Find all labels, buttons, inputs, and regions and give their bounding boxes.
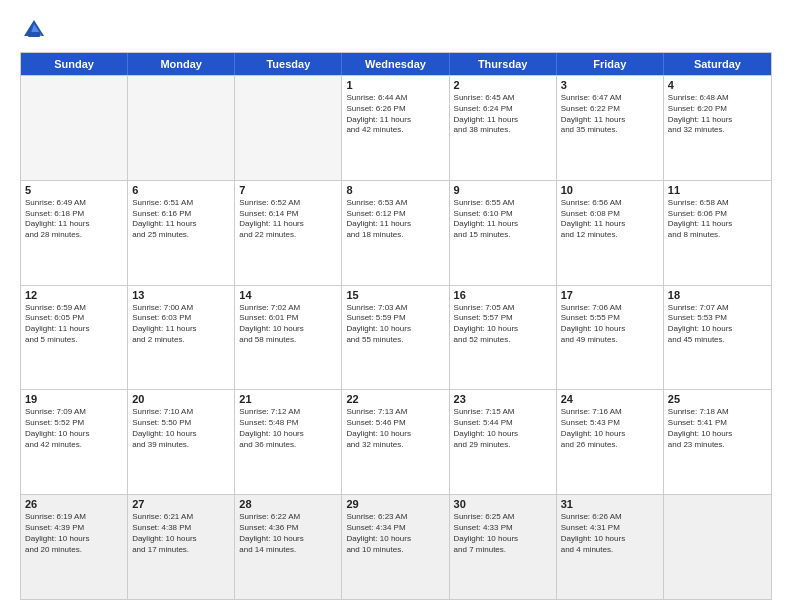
day-number: 9 <box>454 184 552 196</box>
calendar-cell: 6Sunrise: 6:51 AM Sunset: 6:16 PM Daylig… <box>128 181 235 285</box>
day-number: 13 <box>132 289 230 301</box>
day-info: Sunrise: 7:00 AM Sunset: 6:03 PM Dayligh… <box>132 303 230 346</box>
calendar-cell: 18Sunrise: 7:07 AM Sunset: 5:53 PM Dayli… <box>664 286 771 390</box>
calendar-header-cell: Wednesday <box>342 53 449 75</box>
calendar-cell: 16Sunrise: 7:05 AM Sunset: 5:57 PM Dayli… <box>450 286 557 390</box>
day-number: 15 <box>346 289 444 301</box>
calendar-cell <box>21 76 128 180</box>
calendar-cell <box>128 76 235 180</box>
calendar-cell: 1Sunrise: 6:44 AM Sunset: 6:26 PM Daylig… <box>342 76 449 180</box>
day-number: 19 <box>25 393 123 405</box>
day-info: Sunrise: 6:22 AM Sunset: 4:36 PM Dayligh… <box>239 512 337 555</box>
calendar-cell: 22Sunrise: 7:13 AM Sunset: 5:46 PM Dayli… <box>342 390 449 494</box>
day-number: 1 <box>346 79 444 91</box>
day-number: 7 <box>239 184 337 196</box>
calendar-cell: 7Sunrise: 6:52 AM Sunset: 6:14 PM Daylig… <box>235 181 342 285</box>
day-info: Sunrise: 6:26 AM Sunset: 4:31 PM Dayligh… <box>561 512 659 555</box>
calendar-cell: 21Sunrise: 7:12 AM Sunset: 5:48 PM Dayli… <box>235 390 342 494</box>
calendar-cell: 9Sunrise: 6:55 AM Sunset: 6:10 PM Daylig… <box>450 181 557 285</box>
day-info: Sunrise: 7:16 AM Sunset: 5:43 PM Dayligh… <box>561 407 659 450</box>
day-number: 17 <box>561 289 659 301</box>
calendar-cell: 26Sunrise: 6:19 AM Sunset: 4:39 PM Dayli… <box>21 495 128 599</box>
day-number: 21 <box>239 393 337 405</box>
day-number: 25 <box>668 393 767 405</box>
calendar-cell: 28Sunrise: 6:22 AM Sunset: 4:36 PM Dayli… <box>235 495 342 599</box>
day-number: 31 <box>561 498 659 510</box>
calendar-cell: 15Sunrise: 7:03 AM Sunset: 5:59 PM Dayli… <box>342 286 449 390</box>
calendar-cell: 8Sunrise: 6:53 AM Sunset: 6:12 PM Daylig… <box>342 181 449 285</box>
day-info: Sunrise: 6:21 AM Sunset: 4:38 PM Dayligh… <box>132 512 230 555</box>
day-info: Sunrise: 6:55 AM Sunset: 6:10 PM Dayligh… <box>454 198 552 241</box>
day-number: 8 <box>346 184 444 196</box>
calendar-cell: 12Sunrise: 6:59 AM Sunset: 6:05 PM Dayli… <box>21 286 128 390</box>
day-info: Sunrise: 7:09 AM Sunset: 5:52 PM Dayligh… <box>25 407 123 450</box>
calendar-cell: 24Sunrise: 7:16 AM Sunset: 5:43 PM Dayli… <box>557 390 664 494</box>
calendar-cell: 19Sunrise: 7:09 AM Sunset: 5:52 PM Dayli… <box>21 390 128 494</box>
day-number: 18 <box>668 289 767 301</box>
day-number: 28 <box>239 498 337 510</box>
day-number: 23 <box>454 393 552 405</box>
day-number: 26 <box>25 498 123 510</box>
calendar-row: 5Sunrise: 6:49 AM Sunset: 6:18 PM Daylig… <box>21 180 771 285</box>
calendar-row: 19Sunrise: 7:09 AM Sunset: 5:52 PM Dayli… <box>21 389 771 494</box>
day-info: Sunrise: 6:51 AM Sunset: 6:16 PM Dayligh… <box>132 198 230 241</box>
calendar-header-row: SundayMondayTuesdayWednesdayThursdayFrid… <box>21 53 771 75</box>
day-info: Sunrise: 6:49 AM Sunset: 6:18 PM Dayligh… <box>25 198 123 241</box>
day-info: Sunrise: 6:25 AM Sunset: 4:33 PM Dayligh… <box>454 512 552 555</box>
calendar-cell: 4Sunrise: 6:48 AM Sunset: 6:20 PM Daylig… <box>664 76 771 180</box>
day-info: Sunrise: 6:19 AM Sunset: 4:39 PM Dayligh… <box>25 512 123 555</box>
page-header <box>20 16 772 44</box>
calendar-cell: 14Sunrise: 7:02 AM Sunset: 6:01 PM Dayli… <box>235 286 342 390</box>
day-info: Sunrise: 7:07 AM Sunset: 5:53 PM Dayligh… <box>668 303 767 346</box>
day-info: Sunrise: 6:44 AM Sunset: 6:26 PM Dayligh… <box>346 93 444 136</box>
calendar-cell: 3Sunrise: 6:47 AM Sunset: 6:22 PM Daylig… <box>557 76 664 180</box>
calendar-header-cell: Tuesday <box>235 53 342 75</box>
calendar-cell <box>235 76 342 180</box>
day-info: Sunrise: 6:45 AM Sunset: 6:24 PM Dayligh… <box>454 93 552 136</box>
calendar-cell: 29Sunrise: 6:23 AM Sunset: 4:34 PM Dayli… <box>342 495 449 599</box>
day-info: Sunrise: 7:05 AM Sunset: 5:57 PM Dayligh… <box>454 303 552 346</box>
calendar-cell: 10Sunrise: 6:56 AM Sunset: 6:08 PM Dayli… <box>557 181 664 285</box>
day-info: Sunrise: 6:53 AM Sunset: 6:12 PM Dayligh… <box>346 198 444 241</box>
calendar-body: 1Sunrise: 6:44 AM Sunset: 6:26 PM Daylig… <box>21 75 771 599</box>
calendar-cell: 23Sunrise: 7:15 AM Sunset: 5:44 PM Dayli… <box>450 390 557 494</box>
calendar-cell: 17Sunrise: 7:06 AM Sunset: 5:55 PM Dayli… <box>557 286 664 390</box>
svg-rect-2 <box>28 32 40 37</box>
day-info: Sunrise: 6:48 AM Sunset: 6:20 PM Dayligh… <box>668 93 767 136</box>
calendar-cell: 13Sunrise: 7:00 AM Sunset: 6:03 PM Dayli… <box>128 286 235 390</box>
day-info: Sunrise: 6:47 AM Sunset: 6:22 PM Dayligh… <box>561 93 659 136</box>
calendar-header-cell: Monday <box>128 53 235 75</box>
calendar-row: 12Sunrise: 6:59 AM Sunset: 6:05 PM Dayli… <box>21 285 771 390</box>
day-info: Sunrise: 7:03 AM Sunset: 5:59 PM Dayligh… <box>346 303 444 346</box>
day-info: Sunrise: 6:58 AM Sunset: 6:06 PM Dayligh… <box>668 198 767 241</box>
day-info: Sunrise: 6:59 AM Sunset: 6:05 PM Dayligh… <box>25 303 123 346</box>
calendar-cell: 31Sunrise: 6:26 AM Sunset: 4:31 PM Dayli… <box>557 495 664 599</box>
day-info: Sunrise: 6:52 AM Sunset: 6:14 PM Dayligh… <box>239 198 337 241</box>
day-info: Sunrise: 7:02 AM Sunset: 6:01 PM Dayligh… <box>239 303 337 346</box>
day-number: 22 <box>346 393 444 405</box>
calendar-cell: 2Sunrise: 6:45 AM Sunset: 6:24 PM Daylig… <box>450 76 557 180</box>
calendar-header-cell: Thursday <box>450 53 557 75</box>
day-info: Sunrise: 7:13 AM Sunset: 5:46 PM Dayligh… <box>346 407 444 450</box>
day-number: 11 <box>668 184 767 196</box>
day-info: Sunrise: 7:12 AM Sunset: 5:48 PM Dayligh… <box>239 407 337 450</box>
calendar-cell: 11Sunrise: 6:58 AM Sunset: 6:06 PM Dayli… <box>664 181 771 285</box>
day-number: 12 <box>25 289 123 301</box>
logo <box>20 16 52 44</box>
calendar-cell: 27Sunrise: 6:21 AM Sunset: 4:38 PM Dayli… <box>128 495 235 599</box>
calendar-header-cell: Friday <box>557 53 664 75</box>
calendar-cell: 30Sunrise: 6:25 AM Sunset: 4:33 PM Dayli… <box>450 495 557 599</box>
day-number: 24 <box>561 393 659 405</box>
logo-icon <box>20 16 48 44</box>
day-number: 14 <box>239 289 337 301</box>
day-number: 30 <box>454 498 552 510</box>
calendar-cell: 25Sunrise: 7:18 AM Sunset: 5:41 PM Dayli… <box>664 390 771 494</box>
calendar-header-cell: Saturday <box>664 53 771 75</box>
day-number: 6 <box>132 184 230 196</box>
day-info: Sunrise: 7:15 AM Sunset: 5:44 PM Dayligh… <box>454 407 552 450</box>
calendar-cell: 20Sunrise: 7:10 AM Sunset: 5:50 PM Dayli… <box>128 390 235 494</box>
day-number: 10 <box>561 184 659 196</box>
day-number: 5 <box>25 184 123 196</box>
day-info: Sunrise: 7:06 AM Sunset: 5:55 PM Dayligh… <box>561 303 659 346</box>
day-number: 16 <box>454 289 552 301</box>
